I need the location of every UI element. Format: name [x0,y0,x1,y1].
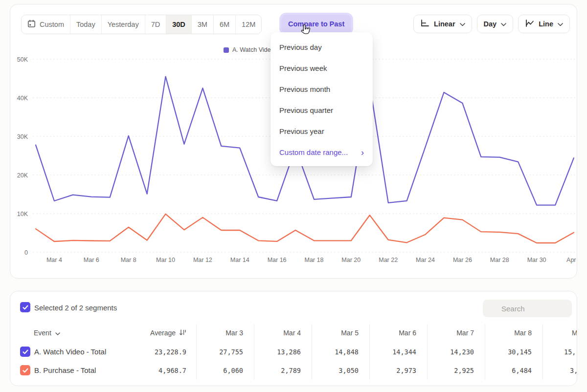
segment-row-label: B. Purchase - Total [34,366,96,374]
date-column-header[interactable]: Mar 8 [485,324,542,342]
clipped-date-column-header: M [572,324,577,342]
date-column-header[interactable]: Mar 7 [427,324,485,342]
x-axis-tick-label: Apr 1 [566,257,578,263]
y-axis-tick-label: 30K [17,133,28,140]
value-cell: 13,286 [254,348,312,356]
event-header-label: Event [34,329,51,337]
average-value-cell: 4,968.7 [98,367,196,374]
menu-item-previous-year[interactable]: Previous year [271,121,373,142]
value-cell: 30,145 [485,348,542,356]
value-cell: 2,789 [254,367,312,374]
average-column-header[interactable]: Average [98,324,196,342]
row-checkbox-purchase[interactable] [20,365,30,375]
selected-segments-label: Selected 2 of 2 segments [34,304,117,312]
x-axis-tick-label: Mar 6 [84,257,99,263]
value-cell: 14,848 [312,348,369,356]
menu-item-previous-day[interactable]: Previous day [271,37,373,58]
x-axis-tick-label: Mar 20 [341,257,361,263]
sort-descending-icon[interactable] [179,329,186,337]
select-all-checkbox[interactable] [20,302,30,312]
value-cell: 2,973 [369,367,427,374]
y-axis-tick-label: 40K [17,95,28,102]
average-header-label: Average [150,329,176,337]
search-input[interactable] [483,300,572,317]
value-cell: 6,060 [196,367,254,374]
date-column-header[interactable]: Mar 4 [254,324,312,342]
value-cell: 14,344 [369,348,427,356]
y-axis-tick-label: 10K [17,211,28,218]
x-axis-tick-label: Mar 8 [121,257,136,263]
x-axis-tick-label: Mar 18 [305,257,324,263]
value-cell: 14,230 [427,348,485,356]
segment-row-label: A. Watch Video - Total [34,348,106,356]
chevron-right-icon: › [361,148,364,157]
clipped-value-cell: 15, [564,348,577,356]
compare-to-past-menu: Previous dayPrevious weekPrevious monthP… [271,32,373,166]
average-value-cell: 23,228.9 [98,348,196,356]
row-checkbox-watch-video[interactable] [20,347,30,357]
menu-item-previous-month[interactable]: Previous month [271,79,373,100]
y-axis-tick-label: 20K [17,172,28,179]
series-b-line[interactable] [36,214,574,243]
custom-date-range-label: Custom date range... [279,148,348,156]
clipped-value-cell: 3, [570,367,577,374]
value-cell: 6,484 [485,367,542,374]
x-axis-tick-label: Mar 16 [268,257,287,263]
date-column-header[interactable]: Mar 6 [369,324,427,342]
x-axis-tick-label: Mar 26 [453,257,472,263]
y-axis-tick-label: 0 [24,249,28,256]
x-axis-tick-label: Mar 12 [193,257,212,263]
date-column-header[interactable]: Mar 5 [312,324,369,342]
menu-item-previous-quarter[interactable]: Previous quarter [271,100,373,121]
x-axis-tick-label: Mar 10 [156,257,175,263]
y-axis-tick-label: 50K [17,56,28,63]
x-axis-tick-label: Mar 30 [527,257,546,263]
x-axis-tick-label: Mar 22 [379,257,398,263]
value-cell: 3,050 [312,367,369,374]
x-axis-tick-label: Mar 4 [46,257,62,263]
menu-item-previous-week[interactable]: Previous week [271,58,373,79]
column-separator [542,324,543,380]
x-axis-tick-label: Mar 14 [230,257,249,263]
menu-item-custom-date-range[interactable]: Custom date range...› [271,142,373,163]
x-axis-tick-label: Mar 28 [490,257,509,263]
x-axis-tick-label: Mar 24 [416,257,435,263]
chevron-down-icon [55,329,60,337]
date-column-header[interactable]: Mar 3 [196,324,254,342]
value-cell: 2,925 [427,367,485,374]
segments-table-card: Selected 2 of 2 segments Event Average M… [10,291,577,386]
value-cell: 27,755 [196,348,254,356]
event-column-header[interactable]: Event [34,324,60,342]
